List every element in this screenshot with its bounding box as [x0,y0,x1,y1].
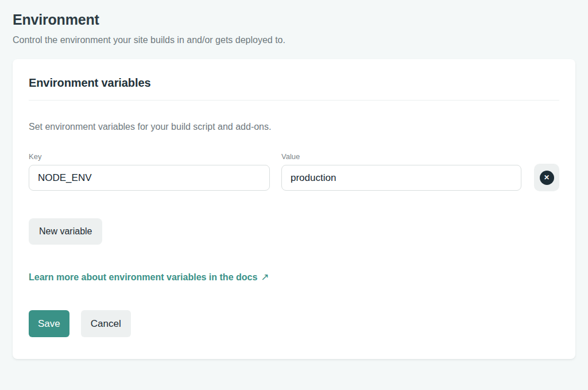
environment-settings-page: Environment Control the environment your… [0,0,588,359]
external-link-arrow-icon: ↗ [261,271,269,283]
form-actions: Save Cancel [29,310,559,337]
value-field-group: Value [281,152,521,191]
new-variable-button[interactable]: New variable [29,218,102,245]
key-input[interactable] [29,165,270,191]
cancel-button[interactable]: Cancel [81,310,131,337]
page-title: Environment [13,11,575,28]
variable-row: Key Value ✕ [29,152,559,191]
docs-link[interactable]: Learn more about environment variables i… [29,271,269,283]
save-button[interactable]: Save [29,310,69,337]
delete-variable-button[interactable]: ✕ [534,164,559,191]
page-subtitle: Control the environment your site builds… [13,35,575,45]
docs-link-text: Learn more about environment variables i… [29,272,257,283]
heading-divider [29,100,559,101]
value-label: Value [281,152,521,161]
card-heading: Environment variables [29,76,559,90]
value-input[interactable] [281,165,521,191]
docs-link-row: Learn more about environment variables i… [29,271,559,283]
delete-x-icon: ✕ [540,171,554,185]
key-field-group: Key [29,152,270,191]
key-label: Key [29,152,270,161]
environment-variables-card: Environment variables Set environment va… [13,59,575,359]
card-description: Set environment variables for your build… [29,122,559,132]
